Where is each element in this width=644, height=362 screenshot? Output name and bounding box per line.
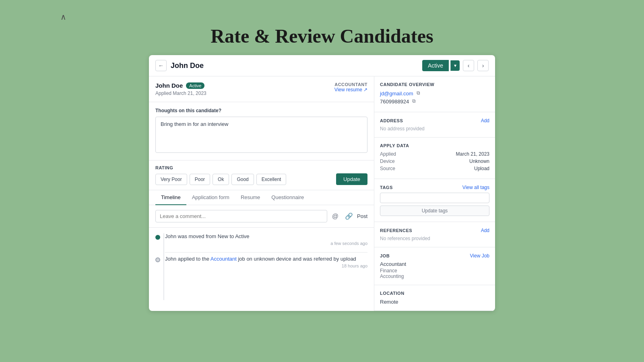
- location-section: LOCATION Remote: [374, 285, 495, 311]
- view-resume-link[interactable]: View resume ↗: [334, 87, 367, 93]
- back-button[interactable]: ←: [155, 60, 167, 71]
- page-title: Rate & Review Candidates: [211, 25, 433, 47]
- rating-excellent[interactable]: Excellent: [256, 174, 287, 185]
- candidate-overview-section: CANDIDATE OVERVIEW jd@gmail.com ⧉ 760998…: [374, 76, 495, 112]
- timeline-item: John was moved from New to Active a few …: [155, 233, 367, 246]
- timeline-item: John applied to the Accountant job on un…: [155, 256, 367, 268]
- timeline-dot-gray: [155, 257, 160, 262]
- job-department: Finance: [380, 268, 489, 274]
- add-reference-link[interactable]: Add: [481, 228, 489, 233]
- add-address-link[interactable]: Add: [481, 118, 489, 123]
- comment-input[interactable]: [155, 210, 327, 222]
- timeline-text-2: John applied to the Accountant job on un…: [165, 256, 367, 262]
- prev-candidate-button[interactable]: ‹: [463, 60, 474, 71]
- apply-data-title: APPLY DATA: [380, 143, 489, 148]
- external-link-icon: ↗: [363, 87, 367, 93]
- tab-timeline[interactable]: Timeline: [155, 190, 186, 205]
- rating-buttons: Very Poor Poor Ok Good Excellent: [155, 174, 286, 185]
- job-title-label: ACCOUNTANT: [334, 82, 367, 87]
- next-candidate-button[interactable]: ›: [477, 60, 489, 71]
- references-section: REFERENCES Add No references provided: [374, 222, 495, 247]
- apply-data-section: APPLY DATA Applied March 21, 2023 Device…: [374, 138, 495, 179]
- source-value: Upload: [474, 166, 489, 171]
- tabs-section: Timeline Application form Resume Questio…: [149, 190, 374, 205]
- job-position: Accountant: [380, 261, 489, 267]
- copy-phone-icon[interactable]: ⧉: [412, 98, 419, 105]
- location-value: Remote: [380, 299, 489, 305]
- timeline-text: John was moved from New to Active: [165, 233, 367, 239]
- post-comment-button[interactable]: Post: [357, 213, 367, 219]
- tags-section: TAGS View all tags Update tags: [374, 179, 495, 222]
- header-bar: ← John Doe Active ▾ ‹ ›: [149, 55, 495, 76]
- mention-button[interactable]: @: [330, 211, 341, 222]
- candidate-email[interactable]: jd@gmail.com: [380, 90, 413, 97]
- thoughts-textarea[interactable]: Bring them in for an interview: [155, 117, 367, 153]
- view-job-link[interactable]: View Job: [470, 253, 489, 259]
- candidate-overview-title: CANDIDATE OVERVIEW: [380, 82, 489, 87]
- copy-email-icon[interactable]: ⧉: [417, 90, 423, 97]
- thoughts-label: Thoughts on this candidate?: [155, 108, 367, 113]
- view-all-tags-link[interactable]: View all tags: [462, 185, 489, 190]
- rating-ok[interactable]: Ok: [213, 174, 229, 185]
- link-button[interactable]: 🔗: [343, 211, 355, 222]
- device-value: Unknown: [469, 158, 489, 164]
- no-address-text: No address provided: [380, 126, 489, 132]
- rating-very-poor[interactable]: Very Poor: [155, 174, 187, 185]
- update-tags-button[interactable]: Update tags: [380, 206, 489, 216]
- candidate-info-section: John Doe Active Applied March 21, 2023 A…: [149, 76, 374, 102]
- tab-questionnaire[interactable]: Questionnaire: [266, 190, 310, 205]
- tags-input[interactable]: [380, 193, 489, 203]
- thoughts-section: Thoughts on this candidate? Bring them i…: [149, 102, 374, 160]
- active-status-button[interactable]: Active: [422, 60, 449, 71]
- header-candidate-name: John Doe: [171, 62, 204, 70]
- active-badge: Active: [186, 82, 204, 89]
- device-key: Device: [380, 158, 395, 164]
- location-title: LOCATION: [380, 291, 489, 296]
- tab-resume[interactable]: Resume: [235, 190, 266, 205]
- rating-poor[interactable]: Poor: [190, 174, 210, 185]
- applied-value: March 21, 2023: [456, 151, 489, 157]
- timeline-dot-green: [155, 235, 160, 240]
- tab-application-form[interactable]: Application form: [186, 190, 235, 205]
- address-title: ADDRESS: [380, 118, 403, 123]
- rating-good[interactable]: Good: [231, 174, 254, 185]
- rating-section: RATING Very Poor Poor Ok Good Excellent …: [149, 160, 374, 190]
- address-section: ADDRESS Add No address provided: [374, 112, 495, 138]
- job-title-header: JOB: [380, 253, 390, 258]
- job-accounting: Accounting: [380, 274, 489, 279]
- candidate-full-name: John Doe: [155, 82, 183, 89]
- source-key: Source: [380, 166, 395, 171]
- timeline-time: a few seconds ago: [165, 241, 367, 246]
- applied-date: Applied March 21, 2023: [155, 90, 206, 96]
- accountant-job-link[interactable]: Accountant: [211, 256, 237, 262]
- job-section: JOB View Job Accountant Finance Accounti…: [374, 247, 495, 285]
- no-references-text: No references provided: [380, 236, 489, 241]
- applied-key: Applied: [380, 151, 396, 157]
- candidate-phone: 7609988924: [380, 99, 409, 105]
- update-rating-button[interactable]: Update: [336, 173, 367, 185]
- references-title: REFERENCES: [380, 228, 412, 233]
- comment-section: @ 🔗 Post: [149, 205, 374, 228]
- chevron-up-icon[interactable]: ∧: [60, 12, 66, 22]
- timeline-time-2: 18 hours ago: [165, 263, 367, 268]
- status-dropdown-button[interactable]: ▾: [450, 60, 460, 71]
- timeline-section: John was moved from New to Active a few …: [149, 228, 374, 300]
- rating-label: RATING: [155, 165, 367, 170]
- tags-title: TAGS: [380, 185, 393, 190]
